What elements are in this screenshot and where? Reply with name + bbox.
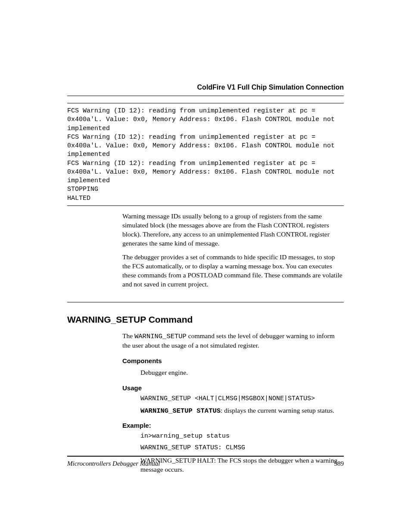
intro-code: WARNING_SETUP: [134, 333, 187, 340]
components-body: Debugger engine.: [140, 368, 344, 377]
section-heading-warning-setup: WARNING_SETUP Command: [67, 314, 344, 325]
section-rule: [67, 302, 344, 302]
code-rule-top: [67, 103, 344, 103]
example-line-1: in>warning_setup status: [140, 432, 344, 440]
example-heading: Example:: [122, 422, 344, 429]
footer-page-number: 589: [334, 460, 344, 467]
intro-pre: The: [122, 332, 134, 339]
usage-heading: Usage: [122, 384, 344, 392]
warning-log-block: FCS Warning (ID 12): reading from unimpl…: [67, 107, 344, 203]
section-intro: The WARNING_SETUP command sets the level…: [122, 332, 344, 350]
usage-status-cmd: WARNING_SETUP STATUS: [140, 407, 221, 415]
example-line-2: WARNING_SETUP STATUS: CLMSG: [140, 444, 344, 451]
page-header-title: ColdFire V1 Full Chip Simulation Connect…: [67, 84, 344, 91]
footer-rule: [67, 456, 344, 457]
usage-status-desc: : displays the current warning setup sta…: [221, 407, 334, 414]
usage-syntax: WARNING_SETUP <HALT|CLMSG|MSGBOX|NONE|ST…: [140, 395, 344, 402]
page: ColdFire V1 Full Chip Simulation Connect…: [0, 0, 411, 532]
usage-status-line: WARNING_SETUP STATUS: displays the curre…: [140, 407, 344, 415]
page-footer: Microcontrollers Debugger Manual 589: [67, 456, 344, 467]
footer-manual-title: Microcontrollers Debugger Manual: [67, 460, 160, 467]
code-rule-bottom: [67, 205, 344, 206]
paragraph-warning-ids: Warning message IDs usually belong to a …: [122, 212, 344, 248]
paragraph-debugger-commands: The debugger provides a set of commands …: [122, 253, 344, 289]
components-heading: Components: [122, 357, 344, 364]
